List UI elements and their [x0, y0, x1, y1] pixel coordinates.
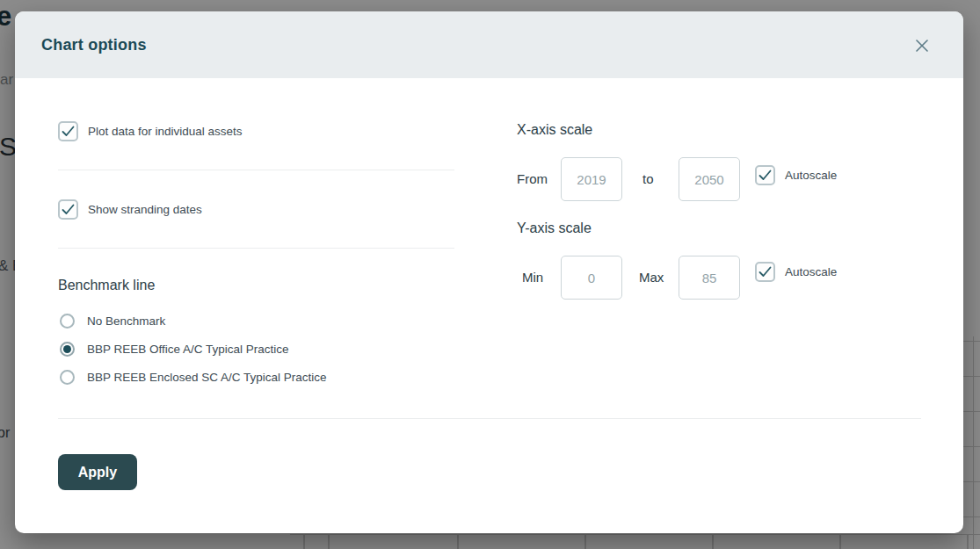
show-stranding-dates-checkbox[interactable]: Show stranding dates — [58, 199, 202, 220]
y-max-input[interactable] — [679, 256, 740, 300]
checkbox-label: Plot data for individual assets — [88, 125, 243, 138]
footer-divider — [58, 418, 921, 419]
x-autoscale-checkbox[interactable]: Autoscale — [755, 165, 837, 185]
max-label: Max — [639, 256, 664, 300]
x-to-input[interactable] — [679, 157, 740, 201]
plot-individual-assets-checkbox[interactable]: Plot data for individual assets — [58, 121, 243, 141]
checkbox-checked-icon — [755, 262, 775, 282]
close-icon — [915, 39, 929, 53]
checkbox-checked-icon — [755, 165, 775, 185]
close-button[interactable] — [911, 34, 933, 57]
checkbox-checked-icon — [58, 199, 78, 220]
radio-no-benchmark[interactable]: No Benchmark — [60, 314, 165, 329]
from-label: From — [517, 157, 548, 201]
checkbox-label: Autoscale — [785, 169, 837, 182]
benchmark-line-heading: Benchmark line — [58, 278, 155, 293]
radio-bbp-reeb-office[interactable]: BBP REEB Office A/C Typical Practice — [60, 342, 289, 357]
x-from-input[interactable] — [561, 157, 622, 201]
min-label: Min — [522, 256, 543, 300]
modal-header: Chart options — [15, 11, 963, 78]
y-axis-scale-heading: Y-axis scale — [517, 220, 592, 236]
radio-label: BBP REEB Office A/C Typical Practice — [87, 343, 289, 356]
y-autoscale-checkbox[interactable]: Autoscale — [755, 262, 837, 282]
radio-unselected-icon — [60, 314, 75, 329]
divider — [58, 170, 454, 170]
radio-label: BBP REEB Enclosed SC A/C Typical Practic… — [87, 371, 327, 384]
checkbox-label: Autoscale — [785, 265, 837, 278]
modal-title: Chart options — [41, 11, 147, 78]
radio-selected-icon — [60, 342, 75, 357]
y-min-input[interactable] — [561, 256, 622, 300]
to-label: to — [642, 157, 654, 201]
radio-bbp-reeb-enclosed-sc[interactable]: BBP REEB Enclosed SC A/C Typical Practic… — [60, 370, 327, 385]
radio-unselected-icon — [60, 370, 75, 385]
checkbox-label: Show stranding dates — [88, 203, 202, 216]
checkbox-checked-icon — [58, 121, 78, 141]
x-axis-scale-heading: X-axis scale — [517, 122, 592, 138]
divider — [58, 248, 454, 249]
radio-label: No Benchmark — [87, 314, 165, 328]
apply-button[interactable]: Apply — [58, 454, 137, 490]
chart-options-modal: Chart options Plot data for individual a… — [15, 11, 963, 533]
